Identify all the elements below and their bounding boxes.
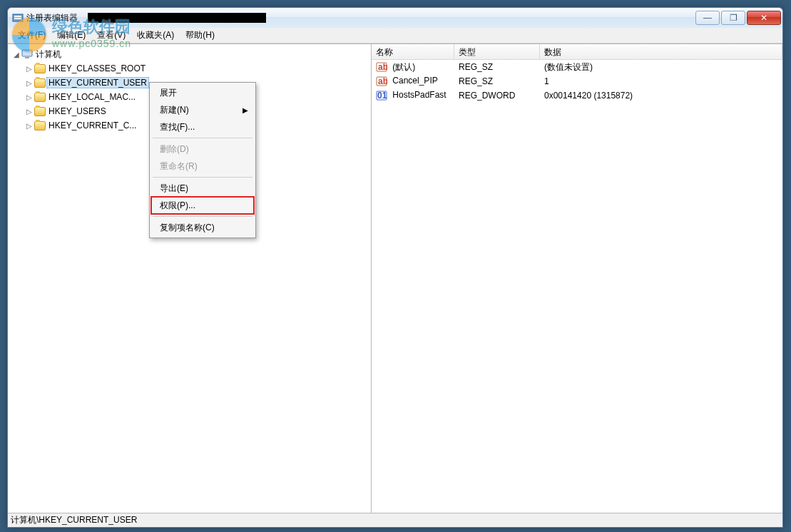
menu-bar: 文件(F) 编辑(E) 查看(V) 收藏夹(A) 帮助(H) <box>8 28 782 44</box>
context-menu-separator <box>153 177 252 178</box>
menu-edit[interactable]: 编辑(E) <box>51 28 91 43</box>
folder-icon <box>34 93 46 102</box>
column-header-name[interactable]: 名称 <box>372 44 454 59</box>
menu-help[interactable]: 帮助(H) <box>180 28 220 43</box>
list-row[interactable]: ab Cancel_PIP REG_SZ 1 <box>372 74 782 88</box>
context-menu: 展开 新建(N)▶ 查找(F)... 删除(D) 重命名(R) 导出(E) 权限… <box>149 82 256 238</box>
value-data: 1 <box>540 76 782 87</box>
value-type: REG_DWORD <box>454 90 540 101</box>
title-bar[interactable]: 注册表编辑器 — ❐ ✕ <box>8 8 782 28</box>
redacted-bar <box>88 13 266 23</box>
value-type: REG_SZ <box>454 76 540 87</box>
expand-icon[interactable]: ◢ <box>12 51 21 58</box>
work-area: ◢ 计算机 ▷ HKEY_CLASSES_ROOT ▷ HKEY_CURRENT… <box>8 44 782 513</box>
value-name: Cancel_PIP <box>392 76 437 86</box>
expand-icon[interactable]: ▷ <box>25 108 34 116</box>
string-value-icon: ab <box>376 61 387 73</box>
close-button[interactable]: ✕ <box>747 11 781 25</box>
submenu-arrow-icon: ▶ <box>243 106 248 114</box>
context-menu-export[interactable]: 导出(E) <box>151 180 254 197</box>
value-name: (默认) <box>392 62 415 72</box>
context-menu-rename: 重命名(R) <box>151 158 254 175</box>
value-list-panel: 名称 类型 数据 ab (默认) REG_SZ (数值未设置) ab Cance… <box>372 44 782 513</box>
menu-file[interactable]: 文件(F) <box>12 28 51 43</box>
context-menu-copy-key-name[interactable]: 复制项名称(C) <box>151 219 254 236</box>
menu-view[interactable]: 查看(V) <box>91 28 131 43</box>
value-data: (数值未设置) <box>540 61 782 74</box>
context-menu-permissions[interactable]: 权限(P)... <box>151 197 254 214</box>
column-header-type[interactable]: 类型 <box>454 44 540 59</box>
dword-value-icon: 011 <box>376 90 387 101</box>
folder-icon <box>34 64 46 73</box>
value-name: HostsPadFast <box>392 90 446 100</box>
svg-text:011: 011 <box>377 91 387 101</box>
folder-icon <box>34 107 46 116</box>
app-icon <box>12 12 24 24</box>
tree-item-label: HKEY_USERS <box>46 106 108 117</box>
expand-icon[interactable]: ▷ <box>25 65 34 73</box>
svg-rect-3 <box>22 50 32 56</box>
column-header-data[interactable]: 数据 <box>540 44 782 59</box>
expand-icon[interactable]: ▷ <box>25 93 34 101</box>
svg-text:ab: ab <box>378 76 387 86</box>
context-menu-find[interactable]: 查找(F)... <box>151 118 254 135</box>
regedit-window: 绿色软件园 www.pc0359.cn 注册表编辑器 — ❐ ✕ 文件(F) 编… <box>7 7 783 528</box>
svg-rect-4 <box>25 57 29 58</box>
expand-icon[interactable]: ▷ <box>25 122 34 130</box>
tree-root-computer[interactable]: ◢ 计算机 <box>8 47 371 61</box>
menu-favorites[interactable]: 收藏夹(A) <box>131 28 180 43</box>
context-menu-separator <box>153 138 252 138</box>
string-value-icon: ab <box>376 76 387 87</box>
maximize-button[interactable]: ❐ <box>721 11 745 25</box>
context-menu-new[interactable]: 新建(N)▶ <box>151 101 254 118</box>
tree-root-label: 计算机 <box>34 48 63 61</box>
list-body[interactable]: ab (默认) REG_SZ (数值未设置) ab Cancel_PIP REG… <box>372 60 782 513</box>
tree-item-label: HKEY_CLASSES_ROOT <box>46 63 148 74</box>
status-path: 计算机\HKEY_CURRENT_USER <box>11 514 137 526</box>
list-row[interactable]: 011 HostsPadFast REG_DWORD 0x00141420 (1… <box>372 88 782 103</box>
status-bar: 计算机\HKEY_CURRENT_USER <box>8 513 782 527</box>
tree-item-label: HKEY_CURRENT_C... <box>46 120 138 131</box>
computer-icon <box>21 48 34 60</box>
minimize-button[interactable]: — <box>695 11 720 25</box>
context-menu-separator <box>153 216 252 217</box>
value-type: REG_SZ <box>454 61 540 73</box>
list-row[interactable]: ab (默认) REG_SZ (数值未设置) <box>372 60 782 74</box>
tree-item-label: HKEY_LOCAL_MAC... <box>46 91 138 103</box>
window-title: 注册表编辑器 <box>26 12 85 24</box>
svg-rect-2 <box>14 18 21 19</box>
folder-icon <box>34 121 46 131</box>
folder-icon <box>34 78 46 88</box>
context-menu-expand[interactable]: 展开 <box>151 84 254 101</box>
context-menu-delete: 删除(D) <box>151 140 254 158</box>
tree-item-hkcr[interactable]: ▷ HKEY_CLASSES_ROOT <box>8 61 371 76</box>
svg-text:ab: ab <box>378 62 387 72</box>
value-data: 0x00141420 (1315872) <box>540 90 782 101</box>
svg-rect-1 <box>14 16 21 17</box>
expand-icon[interactable]: ▷ <box>25 79 34 87</box>
tree-item-label: HKEY_CURRENT_USER <box>46 77 149 88</box>
list-header: 名称 类型 数据 <box>372 44 782 60</box>
